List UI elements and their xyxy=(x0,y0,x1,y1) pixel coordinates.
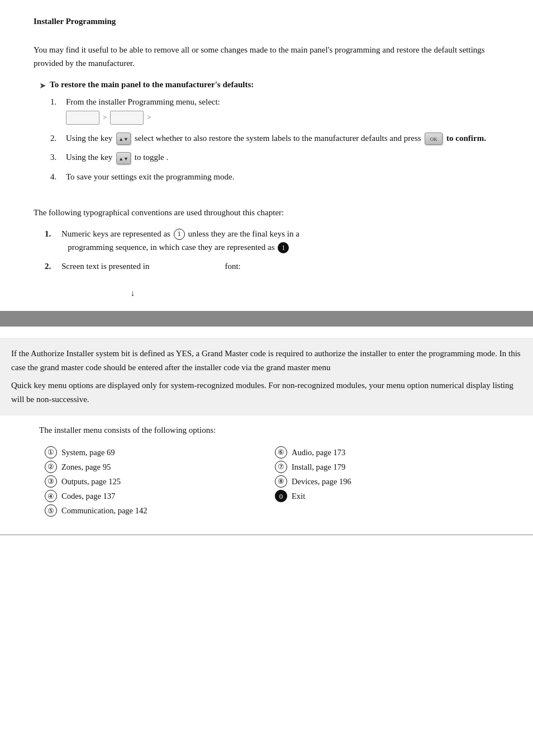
step-2-text-after: to confirm. xyxy=(446,134,486,143)
step-1: 1. From the installer Programming menu, … xyxy=(50,95,499,126)
conv-1-continuation: programming sequence, in which case they… xyxy=(61,243,277,252)
step-3-num: 3. xyxy=(50,150,66,164)
menu-item-audio: ⑥ Audio, page 173 xyxy=(275,445,494,460)
menu-label-zones: Zones, page 95 xyxy=(61,460,111,474)
menu-icon-2: ② xyxy=(45,461,57,473)
step-2-content: Using the key ▲▼ select whether to also … xyxy=(66,131,499,145)
menu-icon-1: ① xyxy=(45,446,57,459)
menu-label-communication: Communication, page 142 xyxy=(61,503,147,518)
intro-paragraph: You may find it useful to be able to rem… xyxy=(34,43,499,70)
conv-1-text-middle: unless they are the final keys in a xyxy=(188,229,299,238)
note-box: If the Authorize Installer system bit is… xyxy=(0,338,533,415)
menu-item-communication: ⑤ Communication, page 142 xyxy=(45,503,264,518)
bottom-divider xyxy=(0,535,533,535)
menu-left-col: ① System, page 69 ② Zones, page 95 ③ Out… xyxy=(45,445,264,518)
menu-icon-8: ⑧ xyxy=(275,475,287,488)
menu-item-devices: ⑧ Devices, page 196 xyxy=(275,474,494,489)
step-1-num: 1. xyxy=(50,95,66,108)
circle-num-filled: 1 xyxy=(278,242,289,253)
menu-item-zones: ② Zones, page 95 xyxy=(45,460,264,474)
conv-1-text-before: Numeric keys are represented as xyxy=(61,229,173,238)
key-updown-icon-2: ▲▼ xyxy=(116,152,131,164)
step-3-text-after: to toggle . xyxy=(135,153,168,162)
note-paragraph-2: Quick key menu options are displayed onl… xyxy=(11,379,522,407)
conventions-section: The following typographical conventions … xyxy=(34,206,499,300)
menu-right-col: ⑥ Audio, page 173 ⑦ Install, page 179 ⑧ … xyxy=(275,445,494,518)
installer-menu-intro: The installer menu consists of the follo… xyxy=(39,426,494,435)
installer-menu-section: The installer menu consists of the follo… xyxy=(34,426,499,518)
step-2-text-middle: select whether to also restore the syste… xyxy=(135,134,421,143)
menu-label-system: System, page 69 xyxy=(61,445,115,460)
convention-1: 1. Numeric keys are represented as 1 unl… xyxy=(45,227,499,254)
page-title: Installer Programming xyxy=(34,17,499,26)
menu-icon-7: ⑦ xyxy=(275,461,287,473)
info-bar xyxy=(0,311,533,327)
arrow-icon: ➤ xyxy=(39,81,46,91)
step-1-text: From the installer Programming menu, sel… xyxy=(66,97,220,106)
menu-label-devices: Devices, page 196 xyxy=(292,474,351,489)
conv-2-content: Screen text is presented in font: ↓ xyxy=(61,259,241,300)
restore-header-text: To restore the main panel to the manufac… xyxy=(50,80,254,89)
menu-item-codes: ④ Codes, page 137 xyxy=(45,489,264,503)
step-4: 4. To save your settings exit the progra… xyxy=(50,170,499,183)
menu-icon-6: ⑥ xyxy=(275,446,287,459)
conv-2-num: 2. xyxy=(45,259,61,273)
convention-2: 2. Screen text is presented in font: ↓ xyxy=(45,259,499,300)
conv-2-spacer: ↓ xyxy=(61,289,135,297)
chevron-2: > xyxy=(147,112,151,124)
key-updown-icon: ▲▼ xyxy=(116,133,131,145)
step-4-content: To save your settings exit the programmi… xyxy=(66,170,499,183)
step-2: 2. Using the key ▲▼ select whether to al… xyxy=(50,131,499,145)
menu-item-install: ⑦ Install, page 179 xyxy=(275,460,494,474)
menu-item-1 xyxy=(66,111,99,125)
menu-label-codes: Codes, page 137 xyxy=(61,489,115,503)
chevron-1: > xyxy=(103,112,107,124)
menu-icon-0: 0 xyxy=(275,490,287,502)
step-1-content: From the installer Programming menu, sel… xyxy=(66,95,499,126)
step-4-text: To save your settings exit the programmi… xyxy=(66,172,234,181)
step-3-text-before: Using the key xyxy=(66,153,112,162)
menu-item-exit: 0 Exit xyxy=(275,489,494,503)
installer-menu-grid: ① System, page 69 ② Zones, page 95 ③ Out… xyxy=(45,445,494,518)
menu-item-2 xyxy=(110,111,144,125)
menu-icon-4: ④ xyxy=(45,490,57,502)
menu-label-outputs: Outputs, page 125 xyxy=(61,474,121,489)
conventions-list: 1. Numeric keys are represented as 1 unl… xyxy=(45,227,499,300)
key-confirm-icon: OK xyxy=(425,133,442,145)
menu-icon-3: ③ xyxy=(45,475,57,488)
conv-2-text-before: Screen text is presented in font: xyxy=(61,262,241,271)
menu-path: > > xyxy=(66,111,499,125)
step-3-content: Using the key ▲▼ to toggle . xyxy=(66,150,499,164)
conv-1-content: Numeric keys are represented as 1 unless… xyxy=(61,227,299,254)
step-3: 3. Using the key ▲▼ to toggle . xyxy=(50,150,499,164)
step-4-num: 4. xyxy=(50,170,66,183)
menu-item-system: ① System, page 69 xyxy=(45,445,264,460)
menu-item-outputs: ③ Outputs, page 125 xyxy=(45,474,264,489)
step-2-text-before: Using the key xyxy=(66,134,112,143)
menu-label-install: Install, page 179 xyxy=(292,460,345,474)
note-paragraph-1: If the Authorize Installer system bit is… xyxy=(11,347,522,375)
menu-label-audio: Audio, page 173 xyxy=(292,445,345,460)
restore-steps-list: 1. From the installer Programming menu, … xyxy=(50,95,499,183)
menu-label-exit: Exit xyxy=(292,489,305,503)
conv-1-num: 1. xyxy=(45,227,61,240)
restore-section-header: ➤ To restore the main panel to the manuf… xyxy=(39,80,499,91)
conventions-intro: The following typographical conventions … xyxy=(34,206,499,219)
circle-num-open: 1 xyxy=(174,229,185,240)
menu-icon-5: ⑤ xyxy=(45,504,57,517)
step-2-num: 2. xyxy=(50,131,66,145)
